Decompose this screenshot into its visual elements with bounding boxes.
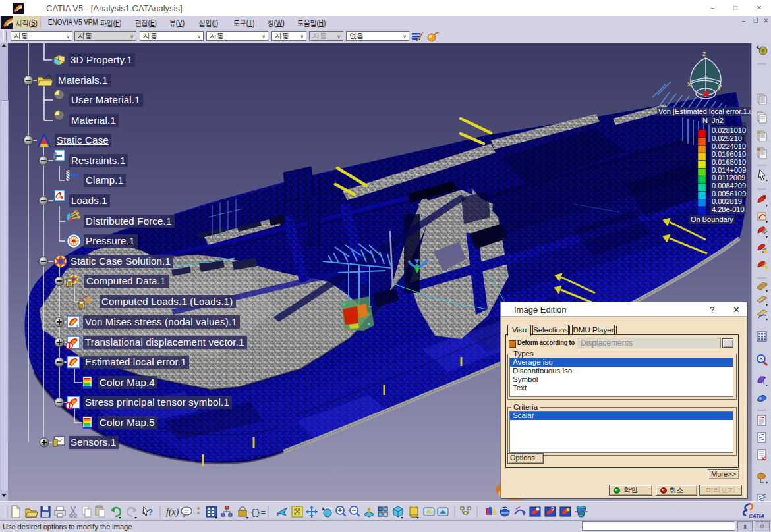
svg-text:?: ? — [148, 507, 153, 517]
svg-text:{}=: {}= — [250, 508, 266, 518]
svg-text:CATIA: CATIA — [749, 513, 764, 519]
svg-text:f(x): f(x) — [166, 507, 179, 518]
svg-text:?: ? — [551, 506, 554, 512]
